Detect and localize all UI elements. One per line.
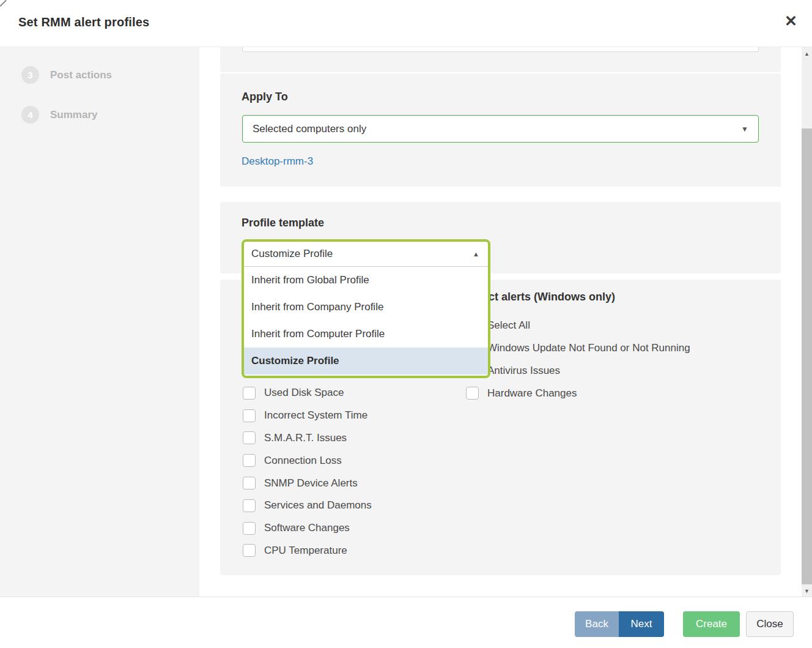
alert-checkbox-row[interactable]: Antivirus Issues — [466, 360, 690, 382]
alert-checkbox-row[interactable]: Software Changes — [243, 517, 372, 540]
sidebar-step-post-actions[interactable]: 3 Post actions — [21, 66, 112, 84]
checkbox-label: CPU Temperature — [264, 545, 347, 557]
dropdown-option-label: Inherit from Computer Profile — [251, 328, 385, 340]
alert-checkbox-row[interactable]: Services and Daemons — [243, 494, 372, 517]
checkbox-label: Services and Daemons — [264, 499, 372, 512]
alert-checkbox-row[interactable]: S.M.A.R.T. Issues — [243, 427, 372, 450]
dropdown-option-label: Customize Profile — [251, 355, 339, 367]
checkbox-label: S.M.A.R.T. Issues — [264, 432, 347, 444]
checkbox-label: SNMP Device Alerts — [264, 477, 358, 490]
scrollbar-up-icon[interactable]: ▲ — [802, 51, 812, 57]
dropdown-option-label: Inherit from Global Profile — [251, 274, 369, 286]
alert-checkbox-row[interactable]: CPU Temperature — [243, 540, 372, 562]
checkbox-label: Windows Update Not Found or Not Running — [487, 342, 690, 354]
create-button[interactable]: Create — [683, 611, 740, 637]
checkbox-unchecked — [243, 499, 256, 512]
computer-link[interactable]: Desktop-rmm-3 — [242, 155, 313, 168]
profile-template-dropdown-highlight: Customize Profile ▲ Inherit from Global … — [242, 239, 490, 378]
step-label: Summary — [50, 109, 97, 121]
alert-checkbox-row[interactable]: Incorrect System Time — [243, 404, 372, 427]
alerts-column-left: Used Disk Space Incorrect System Time S.… — [243, 382, 372, 562]
sidebar-step-summary[interactable]: 4 Summary — [21, 106, 97, 124]
checkbox-unchecked — [243, 431, 256, 444]
close-button[interactable]: Close — [746, 611, 794, 637]
caret-down-icon: ▼ — [741, 125, 748, 133]
step-number-badge: 3 — [21, 66, 39, 84]
apply-to-selected-value: Selected computers only — [253, 123, 366, 135]
checkbox-label: Antivirus Issues — [487, 365, 560, 377]
alert-checkbox-row[interactable]: SNMP Device Alerts — [243, 472, 372, 494]
alert-checkbox-row[interactable]: Connection Loss — [243, 449, 372, 472]
step-number-badge: 4 — [21, 106, 39, 124]
checkbox-unchecked — [466, 387, 479, 400]
checkbox-label: Select All — [487, 319, 530, 332]
modal-footer: Back Next Create Close — [0, 597, 812, 648]
profile-template-select[interactable]: Customize Profile ▲ — [244, 242, 488, 267]
dropdown-option[interactable]: Inherit from Computer Profile — [244, 321, 488, 348]
back-button[interactable]: Back — [575, 611, 619, 637]
next-button[interactable]: Next — [619, 611, 664, 637]
checkbox-label: Used Disk Space — [264, 387, 344, 399]
vertical-scrollbar: ▲ ▼ — [802, 47, 812, 597]
clipped-input-bottom-edge — [242, 47, 759, 52]
wizard-sidebar: 3 Post actions 4 Summary — [0, 47, 199, 597]
checkbox-unchecked — [243, 544, 256, 557]
profile-template-selected-value: Customize Profile — [251, 248, 333, 260]
profile-template-options: Inherit from Global Profile Inherit from… — [244, 267, 488, 374]
apply-to-heading: Apply To — [242, 91, 288, 103]
alert-checkbox-row[interactable]: Hardware Changes — [466, 382, 690, 404]
checkbox-unchecked — [243, 454, 256, 467]
caret-up-icon: ▲ — [473, 250, 479, 258]
window-corner-artifact — [0, 0, 7, 7]
checkbox-label: Hardware Changes — [487, 387, 577, 400]
dropdown-option-label: Inherit from Company Profile — [251, 301, 383, 313]
modal-title: Set RMM alert profiles — [18, 15, 149, 29]
checkbox-label: Software Changes — [264, 522, 350, 534]
profile-template-heading: Profile template — [242, 217, 324, 229]
dropdown-option[interactable]: Customize Profile — [244, 348, 488, 374]
checkbox-label: Incorrect System Time — [264, 409, 367, 422]
dropdown-option[interactable]: Inherit from Company Profile — [244, 294, 488, 321]
alert-checkbox-row[interactable]: Select All — [466, 315, 690, 337]
close-icon[interactable]: ✕ — [784, 13, 797, 29]
alert-checkbox-row[interactable]: Used Disk Space — [243, 382, 372, 404]
alerts-column-right: Select All Windows Update Not Found or N… — [466, 315, 690, 404]
checkbox-unchecked — [243, 409, 256, 422]
clipped-card — [220, 47, 781, 72]
step-label: Post actions — [50, 69, 112, 81]
checkbox-label: Connection Loss — [264, 455, 342, 467]
checkbox-unchecked — [243, 387, 256, 400]
checkbox-unchecked — [243, 522, 256, 535]
scrollbar-thumb[interactable] — [802, 128, 812, 584]
apply-to-card: Apply To Selected computers only ▼ Deskt… — [220, 73, 781, 187]
scrollbar-down-icon[interactable]: ▼ — [802, 588, 812, 594]
dropdown-option[interactable]: Inherit from Global Profile — [244, 267, 488, 294]
modal-header: Set RMM alert profiles ✕ — [0, 0, 812, 47]
alert-checkbox-row[interactable]: Windows Update Not Found or Not Running — [466, 337, 690, 360]
checkbox-unchecked — [243, 477, 256, 490]
apply-to-select[interactable]: Selected computers only ▼ — [242, 115, 759, 143]
